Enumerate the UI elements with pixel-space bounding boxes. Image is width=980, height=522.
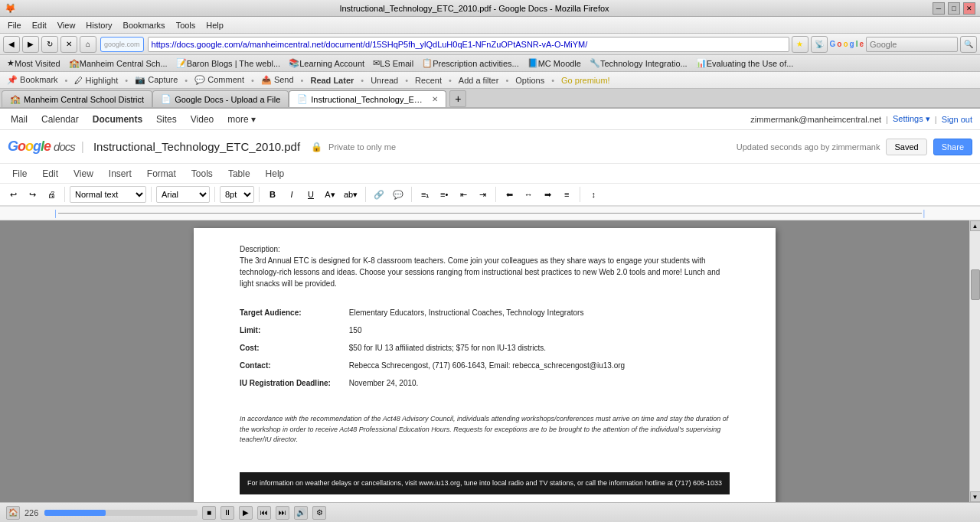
readlater-highlight[interactable]: 🖊 Highlight: [70, 75, 122, 86]
docs-menu-file[interactable]: File: [6, 167, 33, 181]
forward-button[interactable]: ▶: [22, 36, 39, 53]
settings-button[interactable]: ⚙: [312, 506, 326, 520]
docs-menu-view[interactable]: View: [67, 167, 100, 181]
scroll-down-button[interactable]: ▼: [970, 491, 981, 502]
docs-nav-sites[interactable]: Sites: [153, 113, 180, 126]
readlater-premium[interactable]: Go premium!: [557, 75, 614, 86]
close-button[interactable]: ✕: [963, 2, 975, 15]
scrollbar[interactable]: ▲ ▼: [969, 220, 980, 502]
outdent-button[interactable]: ⇤: [455, 186, 472, 203]
new-tab-button[interactable]: +: [449, 90, 466, 107]
readlater-capture[interactable]: 📷 Capture: [131, 74, 181, 86]
menu-help[interactable]: Help: [201, 19, 228, 31]
undo-button[interactable]: ↩: [5, 186, 21, 203]
menu-edit[interactable]: Edit: [28, 19, 51, 31]
style-select[interactable]: Normal text: [70, 186, 146, 203]
docs-menu-help[interactable]: Help: [260, 167, 291, 181]
bookmark-star-button[interactable]: ★: [792, 36, 808, 53]
italic-button[interactable]: I: [283, 186, 300, 203]
docs-nav-documents[interactable]: Documents: [90, 113, 145, 126]
readlater-recent[interactable]: Recent: [411, 75, 446, 86]
highlight-button[interactable]: ab▾: [341, 186, 361, 203]
tab-instructional[interactable]: 📄 Instructional_Technology_ETC_20... ✕: [289, 90, 446, 107]
bullet-list-button[interactable]: ≡•: [436, 186, 452, 203]
bookmark-lsemail[interactable]: ✉ LS Email: [369, 57, 417, 69]
font-color-button[interactable]: A▾: [322, 186, 338, 203]
align-left-button[interactable]: ⬅: [501, 186, 518, 203]
bookmark-most-visited[interactable]: ★ Most Visited: [3, 57, 64, 69]
readlater-unread[interactable]: Unread: [367, 75, 402, 86]
readlater-filter[interactable]: Add a filter: [455, 75, 503, 86]
readlater-send[interactable]: 📤 Send: [257, 74, 298, 86]
docs-menu-tools[interactable]: Tools: [185, 167, 219, 181]
indent-button[interactable]: ⇥: [474, 186, 491, 203]
readlater-comment[interactable]: 💬 Comment: [191, 74, 248, 86]
bookmark-learning[interactable]: 📚 Learning Account: [285, 57, 368, 69]
status-home-button[interactable]: 🏠: [6, 506, 20, 520]
rss-button[interactable]: 📡: [811, 36, 828, 53]
redo-button[interactable]: ↪: [24, 186, 41, 203]
stop-media-button[interactable]: ■: [202, 506, 216, 520]
stop-button[interactable]: ✕: [60, 36, 77, 53]
align-center-button[interactable]: ↔: [520, 186, 537, 203]
bookmark-tech[interactable]: 🔧 Technology Integratio...: [586, 57, 691, 69]
justify-button[interactable]: ≡: [558, 186, 575, 203]
signout-link[interactable]: Sign out: [942, 115, 972, 124]
tab-close-button[interactable]: ✕: [432, 95, 438, 103]
minimize-button[interactable]: ─: [933, 2, 945, 15]
share-button[interactable]: Share: [933, 139, 972, 155]
bookmark-moodle[interactable]: 📘 MC Moodle: [524, 57, 585, 69]
bold-button[interactable]: B: [264, 186, 281, 203]
font-select[interactable]: Arial: [156, 186, 210, 203]
prev-media-button[interactable]: ⏮: [257, 506, 271, 520]
search-input[interactable]: [866, 37, 958, 52]
tab-gdocs-upload[interactable]: 📄 Google Docs - Upload a File: [152, 90, 289, 107]
menu-file[interactable]: File: [3, 19, 26, 31]
docs-menu-insert[interactable]: Insert: [103, 167, 138, 181]
bookmark-baron[interactable]: 📝 Baron Blogs | The webl...: [172, 57, 285, 69]
docs-menu-format[interactable]: Format: [141, 167, 182, 181]
bookmark-eval[interactable]: 📊 Evaluating the Use of...: [692, 57, 798, 69]
underline-button[interactable]: U: [302, 186, 319, 203]
link-button[interactable]: 🔗: [371, 186, 387, 203]
docs-menubar: File Edit View Insert Format Tools Table…: [0, 164, 980, 184]
scroll-track[interactable]: [971, 231, 980, 491]
readlater-readlater[interactable]: Read Later: [306, 75, 358, 86]
docs-nav-more[interactable]: more ▾: [224, 113, 259, 126]
home-button[interactable]: ⌂: [80, 36, 96, 53]
pause-media-button[interactable]: ⏸: [220, 506, 234, 520]
reload-button[interactable]: ↻: [41, 36, 58, 53]
scroll-up-button[interactable]: ▲: [970, 220, 981, 231]
maximize-button[interactable]: □: [948, 2, 960, 15]
settings-link[interactable]: Settings ▾: [893, 114, 930, 124]
address-bar[interactable]: [148, 37, 789, 52]
scroll-thumb[interactable]: [971, 269, 980, 300]
docs-nav-calendar[interactable]: Calendar: [38, 113, 82, 126]
numbered-list-button[interactable]: ≡₁: [416, 186, 433, 203]
menu-tools[interactable]: Tools: [172, 19, 201, 31]
tab-manheim[interactable]: 🏫 Manheim Central School District: [2, 90, 152, 107]
audio-button[interactable]: 🔊: [294, 506, 308, 520]
menu-history[interactable]: History: [81, 19, 116, 31]
align-right-button[interactable]: ➡: [539, 186, 556, 203]
comment-button[interactable]: 💬: [390, 186, 407, 203]
docs-nav-mail[interactable]: Mail: [8, 113, 31, 126]
bookmark-manheim[interactable]: 🏫 Manheim Central Sch...: [65, 57, 172, 69]
search-go-button[interactable]: 🔍: [960, 36, 977, 53]
bookmark-prescription[interactable]: 📋 Prescription activities...: [418, 57, 522, 69]
next-media-button[interactable]: ⏭: [276, 506, 289, 520]
doc-content[interactable]: Description: The 3rd Annual ETC is desig…: [0, 220, 969, 502]
play-media-button[interactable]: ▶: [239, 506, 253, 520]
saved-button[interactable]: Saved: [886, 139, 926, 155]
back-button[interactable]: ◀: [3, 36, 20, 53]
docs-menu-edit[interactable]: Edit: [36, 167, 64, 181]
size-select[interactable]: 8pt: [220, 186, 254, 203]
menu-view[interactable]: View: [53, 19, 80, 31]
docs-nav-video[interactable]: Video: [188, 113, 217, 126]
docs-menu-table[interactable]: Table: [222, 167, 256, 181]
print-button[interactable]: 🖨: [43, 186, 60, 203]
readlater-options[interactable]: Options: [511, 75, 548, 86]
line-spacing-button[interactable]: ↕: [585, 186, 602, 203]
readlater-bookmark[interactable]: 📌 Bookmark: [3, 74, 62, 86]
menu-bookmarks[interactable]: Bookmarks: [119, 19, 170, 31]
